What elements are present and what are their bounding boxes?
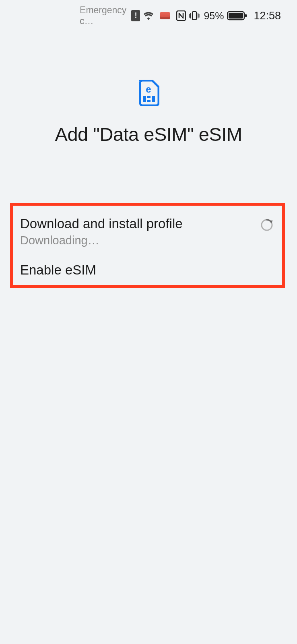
step-enable-title: Enable eSIM xyxy=(20,262,96,278)
header: e Add "Data eSIM" eSIM xyxy=(0,31,297,145)
svg-rect-3 xyxy=(229,13,243,19)
svg-rect-7 xyxy=(147,96,151,98)
step-enable: Enable eSIM xyxy=(20,262,275,278)
status-bar: Emergency c… 95% 12:58 xyxy=(0,0,297,31)
carrier-label: Emergency c… xyxy=(80,5,126,27)
vibrate-icon xyxy=(189,10,200,21)
wifi-icon xyxy=(143,11,154,20)
page-title: Add "Data eSIM" eSIM xyxy=(0,123,297,145)
svg-rect-9 xyxy=(152,96,155,102)
battery-percent: 95% xyxy=(204,10,224,22)
svg-rect-8 xyxy=(147,100,151,102)
svg-rect-1 xyxy=(192,12,196,20)
esim-icon: e xyxy=(138,80,159,108)
step-download: Download and install profile Downloading… xyxy=(20,216,275,247)
loading-spinner-icon xyxy=(260,219,273,231)
steps-panel: Download and install profile Downloading… xyxy=(10,203,285,288)
step-download-title: Download and install profile xyxy=(20,216,183,231)
svg-rect-6 xyxy=(143,96,146,102)
status-clock: 12:58 xyxy=(254,10,281,22)
svg-rect-4 xyxy=(245,14,247,17)
nfc-icon xyxy=(176,10,186,21)
step-download-status: Downloading… xyxy=(20,234,183,247)
sim-alert-icon xyxy=(131,10,140,21)
svg-text:e: e xyxy=(146,84,151,95)
battery-icon xyxy=(227,11,247,21)
app-badge-icon xyxy=(160,12,170,19)
